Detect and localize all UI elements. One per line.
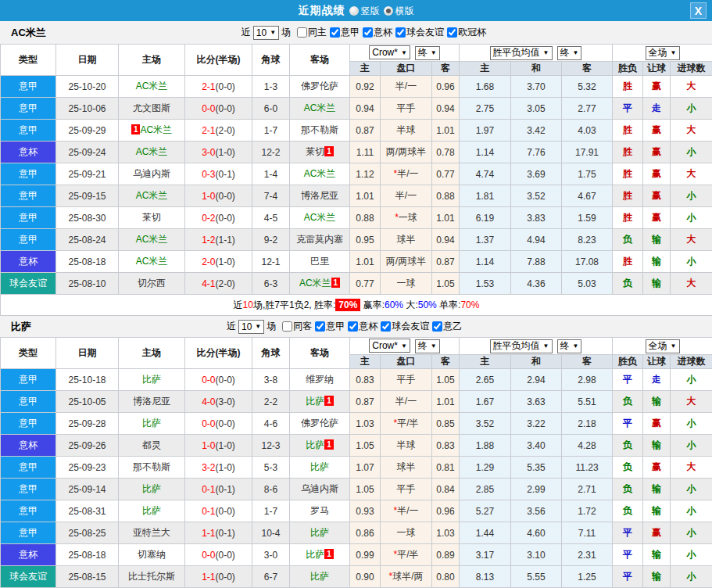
odds-away-cell: 0.80 <box>432 566 460 588</box>
handicap-line-text: 半/一 <box>397 505 418 516</box>
table-row: 意甲25-09-14比萨0-1(0-1)8-6乌迪内斯1.05平手0.842.8… <box>1 479 712 500</box>
full-time-score: 0-0 <box>202 550 215 561</box>
column-header-6: 主 <box>350 62 381 76</box>
league-checkbox-0[interactable] <box>315 321 325 332</box>
full-time-score: 4-1 <box>202 278 215 289</box>
avg-home-cell: 2.65 <box>460 369 511 391</box>
avg-away-cell: 17.91 <box>562 142 613 163</box>
column-header-8: 客 <box>432 62 460 76</box>
goals-result-cell: 小 <box>671 98 712 120</box>
date-cell: 25-10-20 <box>56 76 119 98</box>
league-checkbox-2[interactable] <box>381 321 391 332</box>
close-button[interactable]: X <box>690 2 707 19</box>
date-cell: 25-09-23 <box>56 457 119 479</box>
column-header-12: 胜负 <box>613 62 643 76</box>
goals-result-cell: 小 <box>671 207 712 229</box>
recent-count-select[interactable]: 10▼ <box>253 26 279 40</box>
avg-select[interactable]: 胜平负均值▼ <box>490 339 553 353</box>
column-header-5: 客场 <box>290 45 350 76</box>
away-team-name: 比萨 <box>310 571 329 582</box>
avg-away-cell: 5.32 <box>562 76 613 98</box>
result-cell: 负 <box>613 391 643 413</box>
avg-home-cell: 1.88 <box>460 435 511 457</box>
handicap-line-text: 一球 <box>399 212 417 223</box>
recent-count-select[interactable]: 10▼ <box>238 320 264 334</box>
half-time-score: (0-1) <box>216 169 235 180</box>
odds-source-select[interactable]: Crow*▼ <box>369 339 410 353</box>
final-avg-select[interactable]: 终▼ <box>557 46 582 60</box>
date-cell: 25-08-30 <box>56 207 119 229</box>
odds-away-cell: 0.83 <box>432 435 460 457</box>
away-team-cell: 比萨1 <box>290 391 350 413</box>
handicap-line-cell: *球半/两 <box>381 566 432 588</box>
full-time-score: 1-1 <box>202 572 215 583</box>
summary-cell: 近10场,胜7平1负2, 胜率:70% 赢率:60% 大:50% 单率:70% <box>1 295 712 316</box>
column-header-13: 让球 <box>643 355 671 369</box>
chevron-down-icon: ▼ <box>255 323 261 330</box>
full-time-score: 2-1 <box>202 81 215 92</box>
avg-draw-cell: 2.99 <box>511 479 562 500</box>
scope-select[interactable]: 全场▼ <box>646 339 680 353</box>
odds-source-select-value: Crow* <box>372 47 398 58</box>
score-cell: 2-1(2-0) <box>185 120 252 142</box>
league-checkbox-0[interactable] <box>330 27 340 38</box>
table-row: 意甲25-09-28比萨0-0(0-0)4-6佛罗伦萨1.03*平/半0.853… <box>1 413 712 435</box>
layout-radio-0[interactable] <box>349 6 359 16</box>
layout-radio-1[interactable] <box>384 6 393 16</box>
column-header-11: 客 <box>562 355 613 369</box>
summary-part-5: 60% <box>385 299 403 310</box>
match-type-cell: 球会友谊 <box>1 273 56 295</box>
goals-result-cell: 小 <box>671 142 712 163</box>
summary-part-2: 场,胜7平1负2, 胜率: <box>253 299 335 310</box>
odds-source-select[interactable]: Crow*▼ <box>369 45 410 59</box>
avg-away-cell: 17.08 <box>562 251 613 273</box>
final-odds-select[interactable]: 终▼ <box>415 46 440 60</box>
column-header-14: 进球数 <box>671 62 712 76</box>
league-checkbox-3[interactable] <box>447 27 457 38</box>
match-type-cell: 意甲 <box>1 369 56 391</box>
handicap-line-cell: 半/一 <box>381 391 432 413</box>
score-cell: 0-0(0-0) <box>185 413 252 435</box>
table-row: 意杯25-09-24AC米兰3-0(1-0)12-2莱切11.11两/两球半0.… <box>1 142 712 163</box>
corner-cell: 1-7 <box>252 120 290 142</box>
column-header-14: 进球数 <box>671 355 712 369</box>
away-team-cell: 那不勒斯 <box>290 120 350 142</box>
avg-away-cell: 11.23 <box>562 457 613 479</box>
half-time-score: (0-0) <box>216 550 235 561</box>
league-checkbox-1[interactable] <box>348 321 358 332</box>
goals-result-cell: 小 <box>671 185 712 207</box>
date-cell: 25-09-29 <box>56 120 119 142</box>
away-team-name: 那不勒斯 <box>301 124 338 135</box>
column-header-3: 比分(半场) <box>185 338 252 369</box>
match-type-cell: 意甲 <box>1 207 56 229</box>
scope-select[interactable]: 全场▼ <box>646 46 680 60</box>
result-cell: 胜 <box>613 142 643 163</box>
same-venue-checkbox[interactable] <box>297 27 307 38</box>
odds-home-cell: 0.88 <box>350 207 381 229</box>
same-venue-checkbox[interactable] <box>282 321 292 332</box>
chevron-down-icon: ▼ <box>431 342 437 350</box>
score-cell: 4-1(2-0) <box>185 273 252 295</box>
final-odds-select[interactable]: 终▼ <box>415 339 440 353</box>
table-row: 意杯25-08-18AC米兰2-0(1-0)12-1巴里1.01两/两球半0.8… <box>1 251 712 273</box>
league-checkbox-2[interactable] <box>395 27 406 38</box>
avg-home-cell: 2.75 <box>460 98 511 120</box>
avg-select[interactable]: 胜平负均值▼ <box>490 46 553 60</box>
avg-away-cell: 7.11 <box>562 522 613 544</box>
away-team-name: 比萨 <box>306 396 324 407</box>
date-cell: 25-10-05 <box>56 391 119 413</box>
match-type-cell: 意甲 <box>1 120 56 142</box>
column-header-2: 主场 <box>119 338 185 369</box>
home-team-cell: AC米兰 <box>119 185 185 207</box>
final-avg-select[interactable]: 终▼ <box>557 339 582 353</box>
goals-result-cell: 小 <box>671 544 712 566</box>
handicap-line-cell: 半/一 <box>381 76 432 98</box>
league-checkbox-1[interactable] <box>363 27 373 38</box>
handicap-result-cell: 走 <box>643 98 671 120</box>
league-checkbox-3[interactable] <box>432 321 442 332</box>
handicap-line-text: 平/半 <box>397 418 418 428</box>
table-row: 意甲25-08-30莱切0-2(0-0)4-5AC米兰0.88*一球1.016.… <box>1 207 712 229</box>
odds-home-cell: 0.95 <box>350 229 381 251</box>
date-cell: 25-09-26 <box>56 435 119 457</box>
handicap-line-text: 平/半 <box>397 549 418 560</box>
